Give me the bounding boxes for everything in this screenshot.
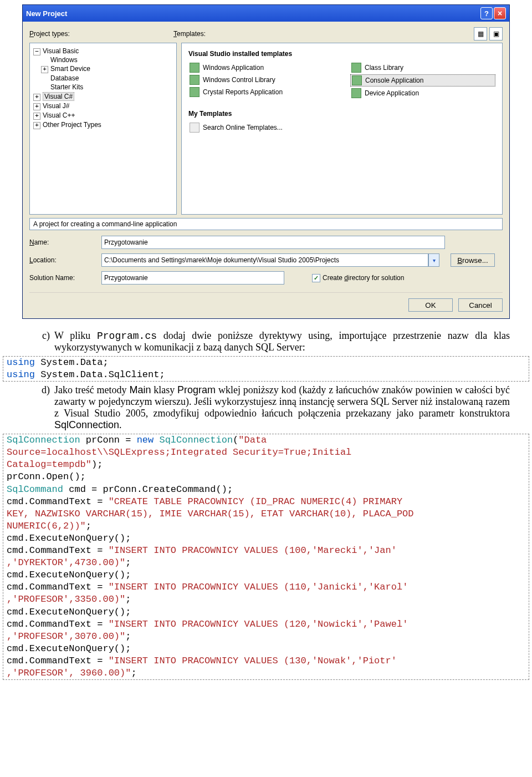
chevron-down-icon[interactable]: ▾ — [428, 253, 439, 267]
new-project-dialog: New Project ? × PProject types:roject ty… — [22, 4, 510, 319]
name-input[interactable] — [101, 236, 445, 249]
browse-button[interactable]: Browse... — [451, 253, 495, 267]
expand-icon[interactable]: + — [33, 103, 40, 110]
collapse-icon[interactable]: − — [33, 48, 40, 55]
templates-heading: Visual Studio installed templates — [188, 50, 495, 58]
view-small-icons-button[interactable]: ▦ — [474, 27, 487, 40]
code-block-main: SqlConnection prConn = new SqlConnection… — [3, 434, 529, 680]
tree-node-other[interactable]: Other Project Types — [43, 121, 101, 129]
project-types-label: PProject types:roject types: — [29, 30, 173, 38]
template-icon — [190, 75, 200, 85]
template-crystal-reports[interactable]: Crystal Reports Application — [188, 87, 334, 98]
template-console-app[interactable]: Console Application — [350, 74, 495, 87]
solution-name-label: Solution Name: — [29, 274, 96, 282]
location-label: Location: — [29, 256, 96, 264]
search-icon — [190, 123, 200, 133]
tree-node-vcpp[interactable]: Visual C++ — [43, 111, 75, 119]
tree-node-vjs[interactable]: Visual J# — [43, 102, 69, 110]
template-icon — [351, 63, 361, 73]
expand-icon[interactable]: + — [33, 122, 40, 129]
dialog-body: PProject types:roject types: Templates: … — [23, 22, 509, 318]
tree-node-starter-kits[interactable]: Starter Kits — [50, 83, 83, 91]
templates-panel[interactable]: Visual Studio installed templates Window… — [181, 43, 503, 215]
template-class-library[interactable]: Class Library — [350, 62, 495, 73]
location-input[interactable] — [101, 253, 428, 267]
doc-paragraph-c: c) W pliku Program.cs dodaj dwie poniższ… — [22, 330, 510, 353]
create-dir-checkbox[interactable]: ✓ — [312, 274, 320, 282]
tree-node-vcs[interactable]: Visual C# — [43, 92, 74, 101]
doc-paragraph-d: d) Jako treść metody Main klasy Program … — [22, 384, 510, 431]
help-icon[interactable]: ? — [480, 7, 493, 19]
expand-icon[interactable]: + — [33, 94, 40, 101]
expand-icon[interactable]: + — [41, 66, 48, 73]
tree-node-database[interactable]: Database — [50, 74, 79, 82]
tree-node-windows[interactable]: Windows — [50, 56, 78, 64]
titlebar[interactable]: New Project ? × — [23, 5, 509, 22]
template-search-online[interactable]: Search Online Templates... — [188, 122, 495, 133]
ok-button[interactable]: OK — [408, 298, 453, 312]
title-text: New Project — [26, 9, 479, 18]
template-icon — [352, 75, 362, 85]
view-large-icons-button[interactable]: ▣ — [489, 27, 503, 40]
name-label: Name: — [29, 238, 96, 246]
cancel-button[interactable]: Cancel — [458, 298, 503, 312]
solution-name-input[interactable] — [101, 271, 284, 285]
description-bar: A project for creating a command-line ap… — [29, 218, 503, 230]
project-types-tree[interactable]: −Visual Basic Windows +Smart Device Data… — [29, 43, 177, 215]
create-dir-label: Create directory for solution — [323, 274, 404, 282]
template-icon — [351, 88, 361, 98]
code-block-usings: using System.Data; using System.Data.Sql… — [3, 356, 529, 382]
template-icon — [190, 87, 200, 97]
tree-node-vb[interactable]: Visual Basic — [43, 47, 79, 55]
tree-node-smart-device[interactable]: Smart Device — [50, 65, 90, 73]
template-windows-app[interactable]: Windows Application — [188, 62, 334, 73]
template-icon — [190, 63, 200, 73]
expand-icon[interactable]: + — [33, 113, 40, 120]
my-templates-heading: My Templates — [188, 110, 495, 118]
template-control-library[interactable]: Windows Control Library — [188, 74, 334, 85]
templates-label: Templates: — [173, 30, 474, 38]
template-device-app[interactable]: Device Application — [350, 88, 495, 99]
close-icon[interactable]: × — [494, 7, 506, 19]
